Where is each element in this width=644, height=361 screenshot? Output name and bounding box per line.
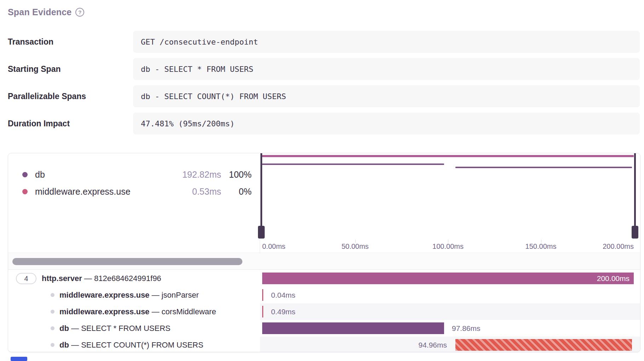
tree-node-dot bbox=[51, 310, 54, 314]
span-duration-label: 97.86ms bbox=[452, 320, 481, 337]
trace-view-panel: db 192.82ms 100% middleware.express.use … bbox=[8, 153, 640, 352]
minimap-right-edge-line bbox=[634, 153, 636, 226]
span-row-label-cell: db — SELECT * FROM USERS bbox=[8, 320, 260, 337]
bottom-accent-bar bbox=[11, 357, 27, 361]
span-duration-bar[interactable] bbox=[262, 289, 263, 301]
span-evidence-page: Span Evidence ? Transaction GET /consecu… bbox=[0, 0, 644, 361]
axis-tick-label: 150.00ms bbox=[525, 242, 557, 251]
field-value[interactable]: db - SELECT COUNT(*) FROM USERS bbox=[133, 85, 640, 107]
span-duration-label: 94.96ms bbox=[418, 337, 447, 352]
minimap-span-bar bbox=[262, 164, 444, 165]
span-tree-row[interactable]: middleware.express.use — corsMiddleware … bbox=[8, 303, 640, 320]
evidence-fields: Transaction GET /consecutive-endpoint St… bbox=[8, 31, 640, 140]
span-children-count-badge[interactable]: 4 bbox=[16, 273, 36, 284]
span-operation: http.server bbox=[42, 274, 82, 283]
time-axis: 0.00ms50.00ms100.00ms150.00ms200.00ms bbox=[8, 240, 640, 253]
legend-percent: 0% bbox=[221, 187, 252, 197]
span-row-timeline-cell: 94.96ms bbox=[260, 337, 640, 352]
legend-duration: 0.53ms bbox=[172, 187, 221, 197]
op-description-separator: — bbox=[69, 340, 81, 349]
evidence-field-row: Starting Span db - SELECT * FROM USERS bbox=[8, 58, 640, 80]
span-operation: middleware.express.use bbox=[59, 291, 149, 299]
span-description: SELECT * FROM USERS bbox=[81, 324, 171, 333]
span-row-label-cell: middleware.express.use — jsonParser bbox=[8, 287, 260, 303]
op-description-separator: — bbox=[69, 324, 81, 333]
field-value[interactable]: 47.481% (95ms/200ms) bbox=[133, 113, 640, 134]
tree-node-dot bbox=[51, 293, 54, 297]
tree-node-dot bbox=[51, 326, 54, 330]
span-row-label-cell: 4 http.server — 812e684624991f96 bbox=[8, 270, 260, 287]
span-row-timeline-cell: 0.49ms bbox=[260, 303, 640, 320]
span-description: SELECT COUNT(*) FROM USERS bbox=[81, 340, 203, 349]
span-tree-row[interactable]: db — SELECT * FROM USERS 97.86ms bbox=[8, 320, 640, 337]
section-header: Span Evidence ? bbox=[8, 7, 84, 17]
span-row-label-cell: db — SELECT COUNT(*) FROM USERS bbox=[8, 337, 260, 352]
legend-row[interactable]: middleware.express.use 0.53ms 0% bbox=[22, 183, 252, 200]
span-row-timeline-cell: 97.86ms bbox=[260, 320, 640, 337]
legend-color-dot bbox=[22, 172, 28, 177]
axis-tick-label: 0.00ms bbox=[262, 242, 286, 251]
minimap-right-drag-handle[interactable] bbox=[632, 226, 638, 239]
scrollbar-thumb[interactable] bbox=[12, 258, 242, 265]
field-value[interactable]: GET /consecutive-endpoint bbox=[133, 31, 640, 53]
span-duration-label: 0.04ms bbox=[271, 287, 295, 303]
legend-percent: 100% bbox=[221, 170, 252, 180]
field-label: Transaction bbox=[8, 31, 133, 53]
minimap-bars bbox=[262, 153, 634, 240]
op-description-separator: — bbox=[149, 307, 161, 316]
span-description: jsonParser bbox=[162, 291, 199, 299]
span-operation: db bbox=[59, 324, 69, 333]
axis-tick-label: 200.00ms bbox=[603, 242, 634, 251]
span-operation: middleware.express.use bbox=[59, 307, 149, 316]
span-duration-bar[interactable] bbox=[455, 339, 632, 351]
span-legend: db 192.82ms 100% middleware.express.use … bbox=[22, 166, 252, 200]
span-duration-label: 0.49ms bbox=[271, 303, 295, 320]
horizontal-scrollbar[interactable] bbox=[8, 253, 640, 270]
legend-color-dot bbox=[22, 189, 28, 194]
field-value[interactable]: db - SELECT * FROM USERS bbox=[133, 58, 640, 80]
legend-duration: 192.82ms bbox=[172, 170, 221, 180]
span-row-timeline-cell: 200.00ms bbox=[260, 270, 640, 287]
field-label: Duration Impact bbox=[8, 113, 133, 134]
evidence-field-row: Transaction GET /consecutive-endpoint bbox=[8, 31, 640, 53]
legend-row[interactable]: db 192.82ms 100% bbox=[22, 166, 252, 183]
span-tree-row[interactable]: middleware.express.use — jsonParser 0.04… bbox=[8, 287, 640, 303]
minimap-left-edge-line bbox=[260, 153, 262, 226]
minimap-span-bar bbox=[455, 167, 632, 168]
field-label: Starting Span bbox=[8, 58, 133, 80]
evidence-field-row: Duration Impact 47.481% (95ms/200ms) bbox=[8, 113, 640, 134]
span-duration-label: 200.00ms bbox=[597, 270, 629, 287]
span-duration-bar[interactable] bbox=[262, 273, 634, 284]
span-tree-row[interactable]: db — SELECT COUNT(*) FROM USERS 94.96ms bbox=[8, 337, 640, 352]
field-label: Parallelizable Spans bbox=[8, 85, 133, 107]
axis-tick-label: 50.00ms bbox=[341, 242, 369, 251]
span-tree-row[interactable]: 4 http.server — 812e684624991f96 200.00m… bbox=[8, 270, 640, 287]
span-tree: 4 http.server — 812e684624991f96 200.00m… bbox=[8, 270, 640, 352]
span-row-label-cell: middleware.express.use — corsMiddleware bbox=[8, 303, 260, 320]
minimap-span-bar bbox=[262, 155, 634, 157]
trace-minimap[interactable] bbox=[260, 153, 636, 240]
op-description-separator: — bbox=[149, 291, 161, 299]
span-row-timeline-cell: 0.04ms bbox=[260, 287, 640, 303]
legend-op-name: middleware.express.use bbox=[35, 187, 172, 197]
page-title: Span Evidence bbox=[8, 7, 71, 17]
legend-op-name: db bbox=[35, 170, 172, 180]
op-description-separator: — bbox=[82, 274, 94, 283]
evidence-field-row: Parallelizable Spans db - SELECT COUNT(*… bbox=[8, 85, 640, 107]
help-question-icon[interactable]: ? bbox=[75, 8, 84, 17]
span-operation: db bbox=[59, 340, 69, 349]
minimap-left-drag-handle[interactable] bbox=[258, 226, 265, 239]
tree-node-dot bbox=[51, 343, 54, 347]
span-description: corsMiddleware bbox=[162, 307, 216, 316]
span-description: 812e684624991f96 bbox=[94, 274, 161, 283]
span-duration-bar[interactable] bbox=[262, 322, 444, 334]
span-duration-bar[interactable] bbox=[262, 306, 263, 317]
axis-tick-label: 100.00ms bbox=[432, 242, 464, 251]
